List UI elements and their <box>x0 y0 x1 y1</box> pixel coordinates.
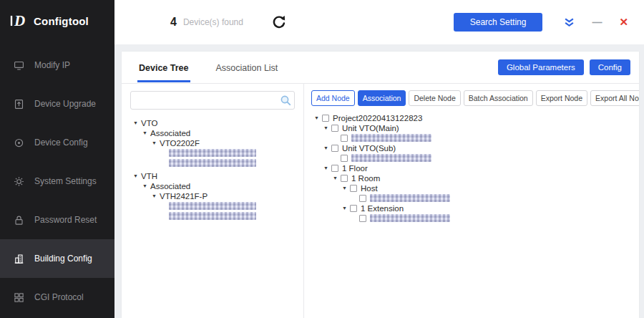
node-checkbox[interactable] <box>341 175 348 182</box>
tree-node-1-room[interactable]: ▼1 Room <box>311 173 632 183</box>
sidebar-item-label: Modify IP <box>34 60 70 70</box>
expand-arrow-icon[interactable]: ▼ <box>323 145 331 150</box>
sidebar-item-password-reset[interactable]: Password Reset <box>0 201 114 239</box>
tree-node-label: VTO2202F <box>160 139 200 148</box>
expand-arrow-icon[interactable]: ▼ <box>323 125 331 130</box>
tree-node-label: VTH2421F-P <box>160 192 208 201</box>
batch-association-button[interactable]: Batch Association <box>464 90 533 106</box>
sidebar-item-modify-ip[interactable]: Modify IP <box>0 46 114 85</box>
device-count: 4 <box>170 16 177 29</box>
export-node-button[interactable]: Export Node <box>536 90 587 106</box>
node-checkbox[interactable] <box>322 115 329 122</box>
expand-arrow-icon[interactable]: ▼ <box>133 120 141 125</box>
search-icon[interactable] <box>279 94 292 107</box>
tree-node-vto[interactable]: ▼VTO <box>130 118 295 127</box>
panel-actions: Global ParametersConfig <box>498 59 630 75</box>
redacted-device-text <box>169 202 256 210</box>
sidebar-item-device-config[interactable]: Device Config <box>0 123 114 162</box>
window-controls: — ✕ <box>564 16 628 29</box>
config-button[interactable]: Config <box>590 59 630 75</box>
expand-arrow-icon[interactable]: ▼ <box>333 175 341 180</box>
node-checkbox[interactable] <box>331 145 338 152</box>
tree-node-redacted[interactable] <box>130 201 295 211</box>
tree-node-1-extension[interactable]: ▼1 Extension <box>311 203 632 213</box>
tree-node-vth[interactable]: ▼VTH <box>130 171 295 180</box>
node-checkbox[interactable] <box>331 125 338 132</box>
tree-node-label: VTO <box>141 119 157 127</box>
redacted-device-text <box>169 212 256 220</box>
sidebar-item-label: System Settings <box>34 176 97 186</box>
expand-arrow-icon[interactable]: ▼ <box>342 206 350 211</box>
expand-arrow-icon[interactable]: ▼ <box>323 165 331 170</box>
tree-node-host[interactable]: ▼Host <box>311 183 632 193</box>
tab-association-list[interactable]: Association List <box>215 53 280 82</box>
node-checkbox[interactable] <box>359 215 366 222</box>
export-all-nodes-button[interactable]: Export All Nodes <box>590 90 639 106</box>
tree-node-redacted[interactable] <box>311 153 632 163</box>
refresh-icon[interactable] <box>270 14 288 31</box>
collapse-window-icon[interactable] <box>564 18 575 27</box>
tree-node-label: 1 Room <box>351 174 380 183</box>
sidebar-item-label: CGI Protocol <box>34 292 84 302</box>
node-checkbox[interactable] <box>359 195 366 202</box>
node-checkbox[interactable] <box>341 155 348 162</box>
sidebar-item-label: Device Config <box>34 138 88 148</box>
tree-node-label: Host <box>361 184 378 193</box>
cgi-protocol-icon <box>13 292 24 303</box>
tree-node-vto2202f[interactable]: ▼VTO2202F <box>130 138 295 148</box>
tree-node-1-floor[interactable]: ▼1 Floor <box>311 163 632 173</box>
tree-node-label: Associated <box>150 182 190 191</box>
expand-arrow-icon[interactable]: ▼ <box>342 186 350 191</box>
delete-node-button[interactable]: Delete Node <box>409 90 460 106</box>
tree-node-redacted[interactable] <box>130 158 295 168</box>
tree-node-redacted[interactable] <box>130 211 295 221</box>
device-count-label: Device(s) found <box>183 17 243 27</box>
tree-node-redacted[interactable] <box>311 193 632 203</box>
tree-node-redacted[interactable] <box>130 148 295 158</box>
expand-arrow-icon[interactable]: ▼ <box>152 193 160 198</box>
tab-device-tree[interactable]: Device Tree <box>137 53 190 82</box>
tree-node-unit-vto-main[interactable]: ▼Unit VTO(Main) <box>311 123 632 132</box>
app-logo-row: D Configtool <box>0 0 114 42</box>
node-checkbox[interactable] <box>350 205 357 212</box>
search-setting-button[interactable]: Search Setting <box>454 13 543 32</box>
expand-arrow-icon[interactable]: ▼ <box>142 183 150 188</box>
tree-node-label: VTH <box>141 172 157 180</box>
redacted-device-text <box>351 134 431 142</box>
global-parameters-button[interactable]: Global Parameters <box>498 59 584 75</box>
sidebar-item-building-config[interactable]: Building Config <box>0 239 114 278</box>
tree-node-redacted[interactable] <box>311 133 632 143</box>
tree-node-associated[interactable]: ▼Associated <box>130 128 295 138</box>
close-window-icon[interactable]: ✕ <box>619 16 628 29</box>
node-checkbox[interactable] <box>350 185 357 192</box>
tree-node-label: Associated <box>150 129 190 138</box>
expand-arrow-icon[interactable]: ▼ <box>152 140 160 145</box>
building-config-icon <box>13 253 24 264</box>
sidebar-item-device-upgrade[interactable]: Device Upgrade <box>0 85 114 123</box>
minimize-window-icon[interactable]: — <box>592 16 602 28</box>
node-tree-pane: Add NodeAssociationDelete NodeBatch Asso… <box>304 84 639 318</box>
expand-arrow-icon[interactable]: ▼ <box>142 130 150 135</box>
redacted-device-text <box>370 194 450 202</box>
tree-node-project20220413122823[interactable]: ▼Project20220413122823 <box>311 113 632 122</box>
node-checkbox[interactable] <box>341 135 348 142</box>
sidebar-item-system-settings[interactable]: System Settings <box>0 162 114 201</box>
tree-node-associated[interactable]: ▼Associated <box>130 181 295 191</box>
add-node-button[interactable]: Add Node <box>311 90 355 106</box>
password-reset-icon <box>13 214 24 226</box>
tree-node-unit-vto-sub[interactable]: ▼Unit VTO(Sub) <box>311 143 632 153</box>
node-checkbox[interactable] <box>331 165 338 172</box>
expand-arrow-icon[interactable]: ▼ <box>133 173 141 178</box>
search-input[interactable] <box>130 91 295 110</box>
tree-node-label: 1 Floor <box>342 164 368 173</box>
tree-node-redacted[interactable] <box>311 213 632 223</box>
expand-arrow-icon[interactable]: ▼ <box>314 115 322 120</box>
tree-node-vth2421f-p[interactable]: ▼VTH2421F-P <box>130 191 295 201</box>
app-logo-icon: D <box>9 11 27 30</box>
device-config-icon <box>13 137 24 148</box>
association-button[interactable]: Association <box>358 90 406 106</box>
sidebar-item-cgi-protocol[interactable]: CGI Protocol <box>0 278 114 317</box>
device-upgrade-icon <box>13 98 24 110</box>
modify-ip-icon <box>13 59 24 71</box>
panel-body: ▼VTO▼Associated▼VTO2202F▼VTH▼Associated▼… <box>122 84 639 318</box>
